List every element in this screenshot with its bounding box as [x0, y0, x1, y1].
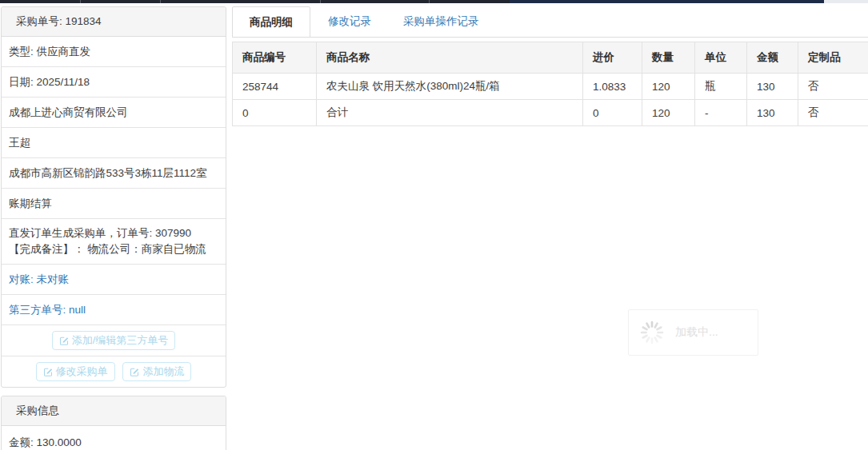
tabbar: 商品明细 修改记录 采购单操作记录: [232, 6, 868, 38]
remark-line2: 【完成备注】： 物流公司：商家自已物流: [9, 241, 221, 257]
modify-purchase-order-label: 修改采购单: [56, 365, 108, 378]
purchase-order-panel: 采购单号: 191834 类型: 供应商直发 日期: 2025/11/18 成都…: [1, 6, 226, 388]
browser-tab-separator: [320, 0, 321, 3]
table-row: 258744 农夫山泉 饮用天然水(380ml)24瓶/箱 1.0833 120…: [233, 74, 868, 100]
address-row: 成都市高新区锦韵路533号3栋11层1112室: [2, 157, 226, 188]
third-party-button-row: 添加/编辑第三方单号: [2, 325, 226, 356]
purchase-info-panel: 采购信息 金额: 130.0000: [1, 396, 226, 450]
order-type-row: 类型: 供应商直发: [2, 37, 226, 66]
cell-product-name: 合计: [317, 100, 583, 126]
tab-order-operation-log[interactable]: 采购单操作记录: [389, 6, 494, 37]
add-edit-third-party-button[interactable]: 添加/编辑第三方单号: [52, 331, 176, 350]
browser-tab-separator: [80, 0, 81, 3]
cell-unit: -: [695, 100, 747, 126]
supplier-company-row: 成都上进心商贸有限公司: [2, 97, 226, 127]
col-product-name: 商品名称: [317, 42, 583, 74]
order-date-row: 日期: 2025/11/18: [2, 66, 226, 97]
purchase-order-number-header: 采购单号: 191834: [2, 7, 226, 37]
browser-tab-separator: [160, 0, 161, 3]
cell-amount: 130: [747, 100, 798, 126]
modify-purchase-order-button[interactable]: 修改采购单: [36, 362, 115, 381]
cell-quantity: 120: [642, 74, 695, 100]
tab-product-detail[interactable]: 商品明细: [232, 6, 310, 38]
add-logistics-label: 添加物流: [142, 365, 184, 378]
add-logistics-button[interactable]: 添加物流: [122, 362, 191, 381]
cell-product-name: 农夫山泉 饮用天然水(380ml)24瓶/箱: [317, 74, 583, 100]
col-product-code: 商品编号: [233, 42, 317, 74]
product-table: 商品编号 商品名称 进价 数量 单位 金额 定制品 258744 农夫山泉 饮用…: [232, 42, 868, 126]
cell-customized: 否: [798, 74, 868, 100]
purchase-amount-row: 金额: 130.0000: [2, 426, 226, 450]
third-party-number-row: 第三方单号: null: [2, 294, 226, 325]
order-detail-sidebar: 采购单号: 191834 类型: 供应商直发 日期: 2025/11/18 成都…: [1, 6, 226, 450]
loading-toast: 加载中...: [628, 309, 758, 356]
browser-tab-separator: [429, 0, 430, 3]
remark-line1: 直发订单生成采购单，订单号: 307990: [9, 225, 221, 241]
loading-text: 加载中...: [675, 325, 718, 340]
add-edit-third-party-label: 添加/编辑第三方单号: [72, 334, 169, 347]
purchase-info-header: 采购信息: [2, 396, 226, 426]
order-actions-button-row: 修改采购单 添加物流: [2, 356, 226, 387]
cell-customized: 否: [798, 100, 868, 126]
cell-unit: 瓶: [695, 74, 747, 100]
product-table-wrap: 商品编号 商品名称 进价 数量 单位 金额 定制品 258744 农夫山泉 饮用…: [232, 42, 868, 126]
order-remark-row: 直发订单生成采购单，订单号: 307990 【完成备注】： 物流公司：商家自已物…: [2, 218, 226, 264]
col-customized: 定制品: [798, 42, 868, 74]
edit-icon: [59, 336, 69, 345]
browser-tabstrip-end: [824, 0, 868, 3]
spinner-icon: [639, 320, 665, 345]
main-content: 商品明细 修改记录 采购单操作记录 商品编号 商品名称 进价 数量 单位 金额 …: [232, 6, 868, 126]
table-header-row: 商品编号 商品名称 进价 数量 单位 金额 定制品: [233, 42, 868, 74]
contact-name-row: 王超: [2, 127, 226, 157]
browser-tabstrip-edge: [0, 0, 868, 3]
edit-icon: [130, 367, 139, 376]
cell-product-code: 258744: [233, 74, 317, 100]
col-quantity: 数量: [642, 42, 695, 74]
tab-modification-log[interactable]: 修改记录: [314, 6, 386, 37]
cell-purchase-price: 1.0833: [583, 74, 642, 100]
edit-icon: [43, 367, 53, 376]
col-purchase-price: 进价: [583, 42, 642, 74]
col-unit: 单位: [695, 42, 747, 74]
settlement-type-row: 账期结算: [2, 188, 226, 218]
cell-product-code: 0: [233, 100, 317, 126]
reconciliation-status-row: 对账: 未对账: [2, 264, 226, 294]
col-amount: 金额: [747, 42, 798, 74]
cell-purchase-price: 0: [583, 100, 642, 126]
table-row-total: 0 合计 0 120 - 130 否: [233, 100, 868, 126]
cell-quantity: 120: [642, 100, 695, 126]
browser-tab-active-segment: [510, 0, 824, 3]
cell-amount: 130: [747, 74, 798, 100]
